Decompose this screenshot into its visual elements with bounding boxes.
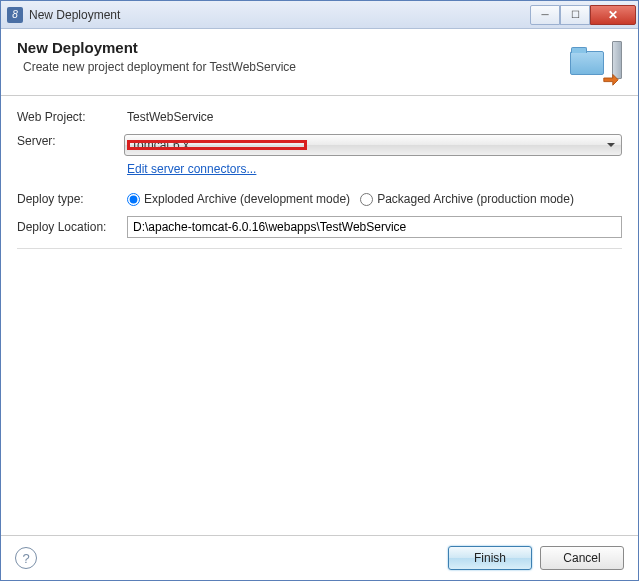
- radio-packaged-label: Packaged Archive (production mode): [377, 192, 574, 206]
- radio-exploded-label: Exploded Archive (development mode): [144, 192, 350, 206]
- window-title: New Deployment: [29, 8, 120, 22]
- deploy-type-label: Deploy type:: [17, 192, 127, 206]
- finish-button[interactable]: Finish: [448, 546, 532, 570]
- minimize-button[interactable]: ─: [530, 5, 560, 25]
- maximize-button[interactable]: ☐: [560, 5, 590, 25]
- radio-packaged[interactable]: Packaged Archive (production mode): [360, 192, 574, 206]
- server-highlight: [127, 140, 307, 150]
- deploy-location-input[interactable]: [127, 216, 622, 238]
- web-project-label: Web Project:: [17, 110, 127, 124]
- server-row: Server: Tomcat 6.x Edit server connector…: [17, 134, 622, 176]
- server-label: Server:: [17, 134, 127, 148]
- deploy-location-row: Deploy Location:: [17, 216, 622, 238]
- close-button[interactable]: ✕: [590, 5, 636, 25]
- deploy-icon: [566, 39, 622, 87]
- form-area: Web Project: TestWebService Server: Tomc…: [1, 96, 638, 535]
- titlebar: 8 New Deployment ─ ☐ ✕: [1, 1, 638, 29]
- dialog-footer: ? Finish Cancel: [1, 535, 638, 580]
- header-subtitle: Create new project deployment for TestWe…: [17, 60, 566, 74]
- radio-packaged-input[interactable]: [360, 193, 373, 206]
- radio-exploded[interactable]: Exploded Archive (development mode): [127, 192, 350, 206]
- edit-server-connectors-link[interactable]: Edit server connectors...: [127, 162, 256, 176]
- deploy-location-label: Deploy Location:: [17, 220, 127, 234]
- radio-exploded-input[interactable]: [127, 193, 140, 206]
- help-icon[interactable]: ?: [15, 547, 37, 569]
- chevron-down-icon: [607, 143, 615, 147]
- dialog-window: 8 New Deployment ─ ☐ ✕ New Deployment Cr…: [0, 0, 639, 581]
- web-project-value: TestWebService: [127, 110, 622, 124]
- deploy-type-row: Deploy type: Exploded Archive (developme…: [17, 192, 622, 206]
- separator: [17, 248, 622, 249]
- header-title: New Deployment: [17, 39, 566, 56]
- app-icon: 8: [7, 7, 23, 23]
- dialog-header: New Deployment Create new project deploy…: [1, 29, 638, 96]
- window-buttons: ─ ☐ ✕: [530, 5, 636, 25]
- web-project-row: Web Project: TestWebService: [17, 110, 622, 124]
- cancel-button[interactable]: Cancel: [540, 546, 624, 570]
